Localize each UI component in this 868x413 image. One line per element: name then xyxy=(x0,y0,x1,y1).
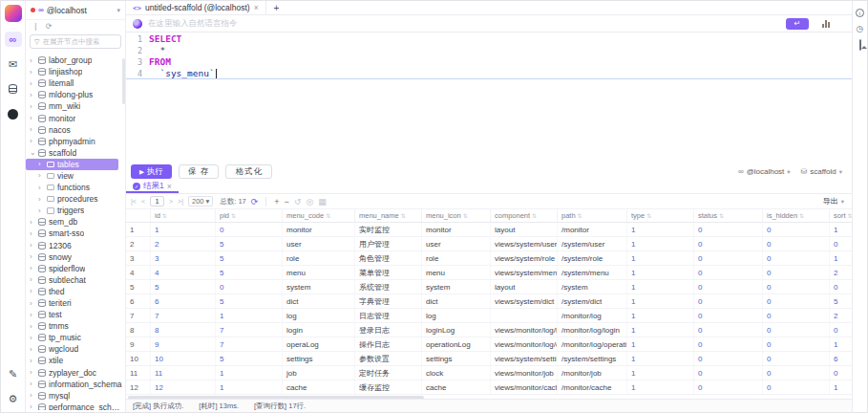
cell-sort[interactable]: 0 xyxy=(830,366,852,380)
cell-sort[interactable]: 0 xyxy=(830,237,852,250)
code-line[interactable]: 4 `sys_menu` xyxy=(126,68,852,79)
cell-component[interactable] xyxy=(491,309,558,322)
chart-icon[interactable] xyxy=(822,19,830,28)
refresh-icon[interactable]: ⟳ xyxy=(46,22,53,31)
cell-component[interactable]: views/system/menu xyxy=(491,266,558,279)
sql-editor[interactable]: 1SELECT2 *3FROM4 `sys_menu` xyxy=(126,33,852,162)
tree-item-tp_music[interactable]: ›tp_music xyxy=(26,332,122,343)
cell-sort[interactable]: 2 xyxy=(830,309,852,322)
tree-item-xtile[interactable]: ›xtile xyxy=(26,355,122,366)
header-cell-menu_icon[interactable]: menu_icon⇅ xyxy=(422,209,491,222)
cell-component[interactable]: views/monitor/cache xyxy=(491,380,558,394)
cell-component[interactable]: views/monitor/log/operation xyxy=(491,337,558,351)
mail-icon[interactable]: ✉ xyxy=(5,56,22,72)
header-cell-type[interactable]: type⇅ xyxy=(627,209,694,222)
preview-icon[interactable]: ◎ xyxy=(306,197,313,206)
cell-sort[interactable]: 5 xyxy=(830,294,852,308)
cell-menu_icon[interactable]: clock xyxy=(422,366,491,380)
cell-menu_code[interactable]: system xyxy=(283,280,355,293)
cell-pid[interactable]: 5 xyxy=(216,266,283,279)
cell-type[interactable]: 1 xyxy=(627,323,694,337)
chevron-right-icon[interactable]: › xyxy=(30,299,35,308)
cell-path[interactable]: /system/role xyxy=(558,251,627,265)
cell-is_hidden[interactable]: 0 xyxy=(763,266,830,279)
cell-menu_name[interactable]: 缓存监控 xyxy=(355,380,422,394)
cell-id[interactable]: 11 xyxy=(151,366,216,380)
cell-menu_code[interactable]: operaLog xyxy=(283,337,355,351)
cell-is_hidden[interactable]: 0 xyxy=(763,366,830,380)
row-number[interactable]: 7 xyxy=(126,309,151,322)
cell-status[interactable]: 0 xyxy=(694,323,763,337)
cell-sort[interactable]: 1 xyxy=(830,223,852,236)
cell-path[interactable]: /system/user xyxy=(558,237,627,250)
new-tab-button[interactable]: + xyxy=(266,1,287,14)
pen-icon[interactable]: ✎ xyxy=(5,366,22,381)
cell-id[interactable]: 9 xyxy=(151,337,216,351)
chevron-right-icon[interactable]: › xyxy=(30,380,35,388)
image-icon[interactable] xyxy=(859,41,861,50)
save-button[interactable]: 保 存 xyxy=(179,164,219,179)
tree-item-performance_schema[interactable]: ›performance_schema xyxy=(26,402,122,410)
cell-type[interactable]: 1 xyxy=(627,366,694,380)
tree-item-zyplayer_doc[interactable]: ›zyplayer_doc xyxy=(26,367,122,379)
cell-menu_icon[interactable]: role xyxy=(422,251,491,265)
sort-icon[interactable]: ⇅ xyxy=(401,212,406,219)
cell-is_hidden[interactable]: 0 xyxy=(763,294,830,308)
cell-is_hidden[interactable]: 0 xyxy=(763,380,830,394)
cell-menu_name[interactable]: 操作日志 xyxy=(355,337,422,351)
github-icon[interactable] xyxy=(5,106,22,121)
tree-item-thed[interactable]: ›thed xyxy=(26,286,122,297)
cell-path[interactable]: /system/dict xyxy=(558,294,627,308)
cell-status[interactable]: 0 xyxy=(694,266,763,279)
cell-type[interactable]: 1 xyxy=(627,352,694,365)
cell-id[interactable]: 12 xyxy=(151,380,216,394)
cell-component[interactable]: views/system/dict xyxy=(491,294,558,308)
app-logo[interactable] xyxy=(5,5,22,22)
cell-is_hidden[interactable]: 0 xyxy=(763,280,830,293)
cell-id[interactable]: 7 xyxy=(151,309,216,322)
submit-changes-icon[interactable]: ▦ xyxy=(318,197,327,206)
result-tab-1[interactable]: ✓ 结果1 × xyxy=(126,182,179,193)
chevron-right-icon[interactable]: › xyxy=(30,345,35,354)
row-number[interactable]: 1 xyxy=(126,223,151,236)
tree-item-sem_db[interactable]: ›sem_db xyxy=(26,216,122,228)
cell-id[interactable]: 8 xyxy=(151,323,216,337)
cell-status[interactable]: 0 xyxy=(694,352,763,365)
cell-pid[interactable]: 1 xyxy=(216,309,283,322)
cell-menu_name[interactable]: 字典管理 xyxy=(355,294,422,308)
cell-status[interactable]: 0 xyxy=(694,380,763,394)
database-select[interactable]: ⛁ scaffold ▾ xyxy=(801,167,842,176)
cell-pid[interactable]: 7 xyxy=(216,337,283,351)
cell-menu_icon[interactable]: settings xyxy=(422,352,491,365)
cell-component[interactable]: views/system/role xyxy=(491,251,558,265)
cell-path[interactable]: /system xyxy=(558,280,627,293)
cell-sort[interactable]: 1 xyxy=(830,380,852,394)
cell-pid[interactable]: 5 xyxy=(216,352,283,365)
tree-item-functions[interactable]: ›functions xyxy=(26,182,122,193)
refresh-icon[interactable]: ⟳ xyxy=(251,197,259,206)
cell-path[interactable]: /monitor/log/operation xyxy=(558,337,627,351)
cell-pid[interactable]: 5 xyxy=(216,251,283,265)
ai-input-bar[interactable]: 在这里输入自然语言指令 ↵ xyxy=(126,15,852,33)
execute-button[interactable]: ▶ 执行 xyxy=(131,164,172,179)
header-cell-menu_code[interactable]: menu_code⇅ xyxy=(283,209,355,222)
cell-id[interactable]: 4 xyxy=(151,266,216,279)
gear-icon[interactable]: ⚙ xyxy=(5,391,22,406)
add-row-icon[interactable]: + xyxy=(274,197,279,206)
sidebar-scrollbar[interactable] xyxy=(122,58,125,104)
tree-item-monitor[interactable]: ›monitor xyxy=(26,112,122,123)
cell-menu_name[interactable]: 系统管理 xyxy=(355,280,422,293)
chevron-right-icon[interactable]: › xyxy=(30,322,35,331)
cell-sort[interactable]: 1 xyxy=(830,337,852,351)
cell-menu_icon[interactable]: system xyxy=(422,280,491,293)
cell-type[interactable]: 1 xyxy=(627,280,694,293)
tree-item-12306[interactable]: ›12306 xyxy=(26,240,122,251)
cell-path[interactable]: /monitor/log/login xyxy=(558,323,627,337)
cell-status[interactable]: 0 xyxy=(694,366,763,380)
cell-pid[interactable]: 0 xyxy=(216,280,283,293)
cell-is_hidden[interactable]: 0 xyxy=(763,309,830,322)
cell-is_hidden[interactable]: 0 xyxy=(763,352,830,365)
cell-status[interactable]: 0 xyxy=(694,309,763,322)
sort-icon[interactable]: ⇅ xyxy=(799,212,804,219)
cell-menu_name[interactable]: 登录日志 xyxy=(355,323,422,337)
